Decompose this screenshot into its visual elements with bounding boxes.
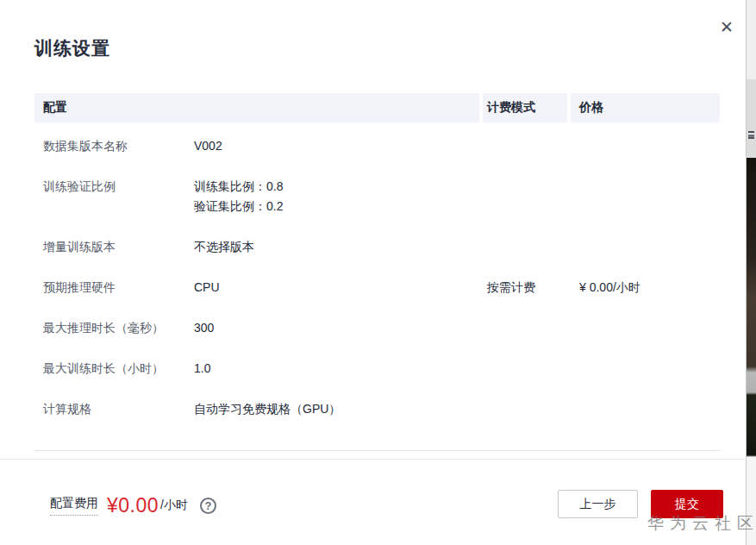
ratio-line-validate: 验证集比例：0.2 <box>194 197 283 216</box>
row-value: 300 <box>194 318 214 338</box>
row-price <box>571 177 720 216</box>
submit-button[interactable]: 提交 <box>651 490 723 518</box>
row-price <box>571 399 720 419</box>
row-billing <box>483 136 567 156</box>
row-label: 数据集版本名称 <box>43 136 194 156</box>
row-price: ¥ 0.00/小时 <box>571 278 720 298</box>
row-value: V002 <box>194 136 222 156</box>
row-value: CPU <box>194 278 220 298</box>
row-value: 自动学习免费规格（GPU） <box>194 399 341 419</box>
cost-unit: /小时 <box>160 498 188 513</box>
row-price <box>571 237 720 257</box>
cost-summary: 配置费用 ¥0.00 /小时 ? <box>50 492 216 519</box>
row-value: 1.0 <box>194 359 210 379</box>
row-label: 计算规格 <box>43 399 194 419</box>
table-row: 最大推理时长（毫秒） 300 <box>34 308 720 348</box>
row-price <box>571 318 720 338</box>
config-table: 配置 计费模式 价格 数据集版本名称 V002 训练验证比例 <box>34 93 720 451</box>
close-icon[interactable]: ✕ <box>714 14 740 40</box>
row-label: 增量训练版本 <box>43 237 194 257</box>
row-label: 最大训练时长（小时） <box>43 359 194 379</box>
previous-step-button[interactable]: 上一步 <box>558 490 638 518</box>
row-billing <box>483 318 567 338</box>
training-settings-dialog: ✕ 训练设置 配置 计费模式 价格 数据集版本名称 V002 <box>0 0 756 545</box>
row-billing <box>483 177 567 216</box>
ratio-line-train: 训练集比例：0.8 <box>194 177 283 197</box>
cost-label[interactable]: 配置费用 <box>50 496 98 516</box>
header-billing-mode: 计费模式 <box>483 93 567 122</box>
table-row: 数据集版本名称 V002 <box>34 126 720 166</box>
table-body: 数据集版本名称 V002 训练验证比例 训练集比例：0.8 验证集比例：0.2 <box>34 122 720 451</box>
row-price <box>571 359 720 379</box>
table-row: 预期推理硬件 CPU 按需计费 ¥ 0.00/小时 <box>34 267 720 308</box>
footer-divider <box>0 459 747 460</box>
help-icon[interactable]: ? <box>200 498 216 514</box>
row-label: 最大推理时长（毫秒） <box>43 318 194 338</box>
row-billing <box>483 399 567 419</box>
table-row: 增量训练版本 不选择版本 <box>34 227 720 267</box>
cost-value: ¥0.00 <box>107 494 159 517</box>
row-value: 训练集比例：0.8 验证集比例：0.2 <box>194 177 283 216</box>
row-price <box>571 136 720 156</box>
row-label: 训练验证比例 <box>43 177 194 216</box>
row-billing <box>483 359 567 379</box>
header-price: 价格 <box>571 93 720 122</box>
row-billing: 按需计费 <box>483 278 567 298</box>
row-value: 不选择版本 <box>194 237 254 257</box>
table-header-row: 配置 计费模式 价格 <box>34 93 720 122</box>
row-label: 预期推理硬件 <box>43 278 194 298</box>
header-config: 配置 <box>34 93 479 122</box>
table-row: 最大训练时长（小时） 1.0 <box>34 348 720 389</box>
page-title: 训练设置 <box>34 36 110 60</box>
background-menu-icon <box>748 131 754 139</box>
table-row: 计算规格 自动学习免费规格（GPU） <box>34 389 720 429</box>
row-billing <box>483 237 567 257</box>
table-row: 训练验证比例 训练集比例：0.8 验证集比例：0.2 <box>34 166 720 227</box>
modal-surface: ✕ 训练设置 配置 计费模式 价格 数据集版本名称 V002 <box>0 0 747 545</box>
background-page-strip <box>747 0 756 545</box>
